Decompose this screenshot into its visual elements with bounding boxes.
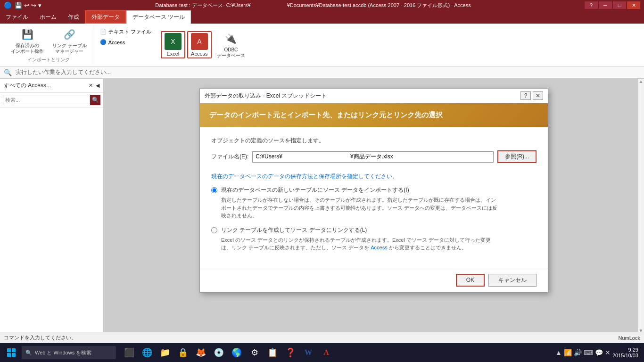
- message-icon[interactable]: 💬: [595, 349, 603, 356]
- minimize-btn[interactable]: ─: [599, 1, 612, 9]
- text-file-icon: 📄: [100, 29, 107, 35]
- taskbar-icons: ⬛ 🌐 📁 🔒 🦊 💿 🌎 ⚙ 📋 ❓ W A: [121, 344, 335, 361]
- ribbon: ファイル ホーム 作成 外部データ データベース ツール 💾 保存済みのインポー…: [0, 10, 644, 66]
- title-bar-left: 🔵 💾 ↩ ↪ ▾: [4, 1, 41, 9]
- svg-rect-2: [7, 353, 11, 357]
- close-notification-icon[interactable]: ✕: [605, 349, 611, 356]
- sidebar-title-bar: すべての Access... ✕ ◀: [0, 79, 103, 93]
- taskbar-settings-icon[interactable]: ⚙: [246, 344, 263, 361]
- import-radio-1[interactable]: [211, 187, 217, 193]
- taskbar-edge-icon[interactable]: 🌐: [139, 344, 156, 361]
- tab-database-tools[interactable]: データベース ツール: [126, 10, 191, 24]
- taskbar-right: ▲ 📶 🔊 ⌨ 💬 ✕ 9:29 2015/10/03: [555, 347, 642, 358]
- close-window-btn[interactable]: ✕: [627, 1, 640, 9]
- taskbar-multitask-icon[interactable]: ⬛: [121, 344, 138, 361]
- import-radio-2[interactable]: [211, 227, 217, 233]
- dialog-header: データのインポート元とインポート先、またはリンク元とリンク先の選択: [200, 103, 548, 127]
- option1-description: 指定したテーブルが存在しない場合は、そのテーブルが作成されます。指定したテーブル…: [221, 196, 499, 220]
- import-option-1: 現在のデータベースの新しいテーブルにソース データをインポートする(I) 指定し…: [211, 186, 537, 220]
- option1-label: 現在のデータベースの新しいテーブルにソース データをインポートする(I): [221, 186, 499, 194]
- taskbar-help-icon[interactable]: ❓: [282, 344, 299, 361]
- quick-access-toolbar: 💾 ↩ ↪ ▾: [15, 2, 41, 9]
- access-extra-label: Access: [108, 40, 125, 45]
- maximize-btn[interactable]: □: [613, 1, 626, 9]
- arrow-up-icon[interactable]: ▲: [555, 349, 562, 356]
- file-input[interactable]: [252, 151, 494, 163]
- tab-create[interactable]: 作成: [62, 10, 85, 24]
- svg-rect-0: [7, 348, 11, 352]
- search-formula-icon: 🔍: [4, 69, 12, 76]
- taskbar-clock[interactable]: 9:29 2015/10/03: [612, 347, 638, 358]
- access-extra-btn[interactable]: 🔵 Access: [98, 38, 153, 46]
- text-file-btn[interactable]: 📄 テキスト ファイル: [98, 27, 153, 36]
- formula-bar: 🔍 実行したい作業を入力してください...: [0, 66, 644, 79]
- dialog-header-text: データのインポート元とインポート先、またはリンク元とリンク先の選択: [209, 111, 443, 119]
- search-input[interactable]: [3, 96, 90, 104]
- taskbar-access-taskbar-icon[interactable]: A: [318, 344, 335, 361]
- dialog-close-btn[interactable]: ✕: [533, 91, 543, 100]
- taskbar: 🔍 Web と Windows を検索 ⬛ 🌐 📁 🔒 🦊 💿 🌎 ⚙ 📋 ❓ …: [0, 343, 644, 362]
- tab-external-data[interactable]: 外部データ: [85, 10, 126, 24]
- taskbar-word-icon[interactable]: W: [300, 344, 317, 361]
- status-text: コマンドを入力してください。: [4, 334, 76, 341]
- search-btn[interactable]: 🔍: [90, 95, 100, 105]
- option2-description: Excel のソース データとのリンクが保持されるテーブルが作成されます。Exc…: [221, 236, 499, 252]
- volume-icon[interactable]: 🔊: [574, 349, 582, 356]
- undo-btn[interactable]: ↩: [24, 2, 29, 9]
- access-link-text: Access: [371, 245, 387, 250]
- save-location-label: 現在のデータベースのデータの保存方法と保存場所を指定してください。: [211, 173, 537, 181]
- taskbar-chrome-icon[interactable]: 🌎: [228, 344, 245, 361]
- saved-import-icon: 💾: [20, 27, 35, 42]
- scroll-up-btn[interactable]: ▲: [639, 79, 644, 84]
- input-icon[interactable]: ⌨: [584, 349, 593, 356]
- text-file-label: テキスト ファイル: [108, 28, 151, 35]
- sidebar-collapse-icon[interactable]: ◀: [96, 82, 99, 89]
- group-label-import-link: インポートとリンク: [27, 57, 70, 64]
- link-table-mgr-btn[interactable]: 🔗 リンク テーブルマネージャー: [49, 25, 90, 56]
- help-title-btn[interactable]: ?: [585, 1, 598, 9]
- dialog-overlay: 外部データの取り込み - Excel スプレッドシート ? ✕ データのインポー…: [104, 79, 644, 333]
- tab-file[interactable]: ファイル: [0, 10, 34, 24]
- import-option-2: リンク テーブルを作成してソース データにリンクする(L) Excel のソース…: [211, 226, 537, 252]
- excel-label: Excel: [166, 51, 179, 57]
- dialog-help-btn[interactable]: ?: [520, 91, 531, 100]
- taskbar-search-text: Web と Windows を検索: [35, 349, 91, 356]
- option2-text-block: リンク テーブルを作成してソース データにリンクする(L) Excel のソース…: [221, 226, 499, 252]
- scrollbar[interactable]: ▲ ▼: [637, 79, 644, 333]
- taskbar-lock-icon[interactable]: 🔒: [174, 344, 191, 361]
- taskbar-time-text: 9:29: [612, 347, 638, 353]
- file-label: ファイル名(E):: [211, 153, 248, 161]
- odbc-btn[interactable]: 🔌 ODBCデータベース: [214, 30, 248, 60]
- main-layout: すべての Access... ✕ ◀ 🔍 外部データの取り込み - Excel …: [0, 79, 644, 333]
- excel-import-btn[interactable]: X Excel: [161, 31, 185, 58]
- taskbar-firefox-icon[interactable]: 🦊: [192, 344, 209, 361]
- cancel-btn[interactable]: キャンセル: [488, 274, 537, 287]
- taskbar-media-icon[interactable]: 💿: [210, 344, 227, 361]
- taskbar-explorer-icon[interactable]: 📁: [157, 344, 173, 361]
- redo-btn[interactable]: ↪: [31, 2, 36, 9]
- excel-icon: X: [165, 33, 182, 50]
- access-extra-icon: 🔵: [100, 39, 107, 45]
- sidebar-expand-icon[interactable]: ✕: [89, 82, 93, 89]
- browse-btn[interactable]: 参照(R)...: [497, 150, 537, 163]
- taskbar-search[interactable]: 🔍 Web と Windows を検索: [22, 346, 116, 359]
- dropdown-btn[interactable]: ▾: [38, 2, 41, 9]
- saved-import-label: 保存済みのインポート操作: [11, 43, 44, 54]
- sidebar-title-text: すべての Access...: [4, 82, 51, 90]
- start-button[interactable]: [2, 344, 21, 361]
- content-area: 外部データの取り込み - Excel スプレッドシート ? ✕ データのインポー…: [104, 79, 644, 333]
- tab-home[interactable]: ホーム: [34, 10, 62, 24]
- app-icon: 🔵: [4, 1, 12, 9]
- saved-import-btn[interactable]: 💾 保存済みのインポート操作: [8, 25, 47, 56]
- ribbon-group-save-import: 💾 保存済みのインポート操作 🔗 リンク テーブルマネージャー インポートとリン…: [4, 25, 94, 64]
- access-import-btn[interactable]: A Access: [187, 31, 212, 58]
- svg-rect-3: [12, 353, 16, 357]
- network-icon[interactable]: 📶: [564, 349, 572, 356]
- taskbar-search-icon: 🔍: [25, 350, 32, 356]
- save-import-buttons: 💾 保存済みのインポート操作 🔗 リンク テーブルマネージャー: [8, 25, 90, 56]
- ok-btn[interactable]: OK: [456, 274, 485, 287]
- taskbar-office-icon[interactable]: 📋: [264, 344, 281, 361]
- save-quick-btn[interactable]: 💾: [15, 2, 22, 9]
- taskbar-date-text: 2015/10/03: [612, 353, 638, 358]
- import-dialog: 外部データの取り込み - Excel スプレッドシート ? ✕ データのインポー…: [199, 88, 548, 293]
